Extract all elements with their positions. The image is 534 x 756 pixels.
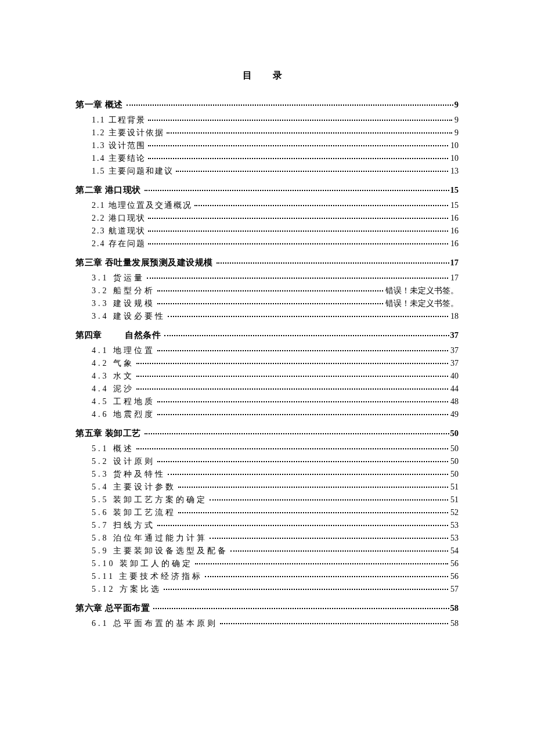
toc-chapter: 第一章 概述 9 — [75, 99, 459, 110]
toc-sub-item: 1.4 主要结论10 — [92, 153, 459, 164]
sub-label: 5.11 主要技术经济指标 — [92, 571, 203, 582]
leader-dots — [148, 158, 448, 159]
chapter-label: 第四章 — [75, 330, 102, 341]
page-number: 54 — [450, 546, 459, 556]
toc-sub-item: 5.11 主要技术经济指标56 — [92, 571, 459, 582]
toc-sub-item: 5.1 概述50 — [92, 444, 459, 454]
leader-dots — [136, 448, 448, 449]
sub-label: 5.8 泊位年通过能力计算 — [92, 533, 207, 543]
page-number: 51 — [450, 495, 459, 505]
leader-dots — [148, 243, 448, 244]
sub-label: 3.1 货运量 — [92, 273, 145, 283]
toc-chapter: 第六章 总平面布置 58 — [75, 603, 459, 614]
leader-dots — [136, 388, 448, 390]
page-number: 58 — [450, 603, 459, 613]
sub-label: 3.2 船型分析 — [92, 286, 155, 296]
page-number: 13 — [450, 167, 459, 176]
toc-chapter: 第二章 港口现状 15 — [75, 185, 459, 196]
sub-label: 2.3 航道现状 — [92, 226, 146, 236]
chapter-label: 第三章 吞吐量发展预测及建设规模 — [75, 257, 213, 268]
leader-dots — [195, 563, 448, 564]
toc-sub-item: 4.3 水文40 — [92, 371, 459, 381]
page-number: 50 — [450, 457, 459, 466]
toc-sub-item: 6.1 总平面布置的基本原则58 — [92, 618, 459, 629]
leader-dots — [136, 376, 448, 377]
sub-label: 4.1 地理位置 — [92, 345, 155, 356]
leader-dots — [157, 401, 448, 402]
page-number: 17 — [450, 258, 459, 268]
toc-sub-item: 2.1 地理位置及交通概况15 — [92, 200, 459, 211]
page-number: 37 — [450, 330, 459, 340]
toc-sub-item: 3.3 建设规模错误！未定义书签。 — [92, 298, 459, 309]
leader-dots — [145, 190, 449, 191]
page-number: 18 — [450, 312, 459, 321]
page-number: 37 — [450, 359, 459, 368]
leader-dots — [230, 550, 448, 552]
leader-dots — [148, 218, 448, 219]
chapter-label: 第一章 概述 — [75, 99, 123, 110]
toc-sub-item: 5.6 装卸工艺流程52 — [92, 507, 459, 518]
leader-dots — [148, 120, 452, 121]
page-number: 15 — [450, 185, 459, 195]
leader-dots — [164, 589, 448, 590]
toc-sub-item: 5.2 设计原则50 — [92, 456, 459, 467]
sub-label: 1.2 主要设计依据 — [92, 128, 164, 138]
leader-dots — [167, 132, 452, 134]
toc-sub-item: 5.10 装卸工人的确定56 — [92, 559, 459, 569]
page-number: 57 — [450, 585, 459, 594]
leader-dots — [157, 350, 448, 351]
sub-label: 5.10 装卸工人的确定 — [92, 559, 193, 569]
leader-dots — [157, 303, 383, 304]
sub-label: 5.4 主要设计参数 — [92, 482, 176, 492]
sub-label: 1.5 主要问题和建议 — [92, 166, 174, 177]
toc-sub-item: 5.3 货种及特性50 — [92, 469, 459, 480]
sub-label: 1.1 工程背景 — [92, 115, 146, 125]
leader-dots — [157, 525, 448, 526]
leader-dots — [148, 145, 448, 146]
chapter-label: 第六章 总平面布置 — [75, 603, 150, 614]
sub-label: 1.3 设计范围 — [92, 141, 146, 151]
page-number: 52 — [450, 508, 459, 517]
page-number: 50 — [450, 470, 459, 479]
sub-label: 5.6 装卸工艺流程 — [92, 507, 176, 518]
chapter-label: 第五章 装卸工艺 — [75, 428, 141, 439]
page-number: 56 — [450, 559, 459, 568]
page-number: 40 — [450, 372, 459, 381]
page-number: 16 — [450, 239, 459, 249]
toc-sub-item: 2.4 存在问题16 — [92, 239, 459, 249]
sub-label: 2.4 存在问题 — [92, 239, 146, 249]
page-number: 49 — [450, 410, 459, 419]
page-number: 9 — [454, 116, 459, 125]
toc-sub-item: 3.2 船型分析错误！未定义书签。 — [92, 286, 459, 296]
toc-sub-item: 1.3 设计范围10 — [92, 141, 459, 151]
page-number: 53 — [450, 534, 459, 543]
toc-sub-item: 5.4 主要设计参数51 — [92, 482, 459, 492]
page-number: 16 — [450, 226, 459, 236]
sub-label: 2.2 港口现状 — [92, 213, 146, 224]
page-number: 51 — [450, 483, 459, 492]
leader-dots — [164, 335, 449, 336]
toc-sub-item: 4.1 地理位置37 — [92, 345, 459, 356]
sub-label: 5.9 主要装卸设备选型及配备 — [92, 546, 228, 556]
toc-sub-item: 5.5 装卸工艺方案的确定51 — [92, 495, 459, 505]
page-number: 错误！未定义书签。 — [385, 298, 459, 309]
toc-sub-item: 3.4 建设必要性18 — [92, 311, 459, 322]
sub-label: 3.4 建设必要性 — [92, 311, 165, 322]
chapter-label: 第二章 港口现状 — [75, 185, 141, 196]
leader-dots — [168, 474, 448, 475]
toc-title: 目 录 — [75, 70, 459, 82]
leader-dots — [148, 231, 448, 232]
page-number: 10 — [450, 141, 459, 150]
sub-label: 4.3 水文 — [92, 371, 134, 381]
toc-sub-item: 4.5 工程地质48 — [92, 397, 459, 407]
page-number: 9 — [454, 100, 459, 110]
leader-dots — [194, 205, 448, 206]
leader-dots — [217, 262, 449, 264]
toc-sub-item: 2.2 港口现状16 — [92, 213, 459, 224]
toc-sub-item: 4.2 气象37 — [92, 358, 459, 369]
leader-dots — [147, 278, 448, 279]
sub-label: 5.5 装卸工艺方案的确定 — [92, 495, 207, 505]
leader-dots — [153, 608, 449, 609]
toc-chapter: 第四章 自然条件 37 — [75, 330, 459, 341]
toc-sub-item: 5.8 泊位年通过能力计算53 — [92, 533, 459, 543]
